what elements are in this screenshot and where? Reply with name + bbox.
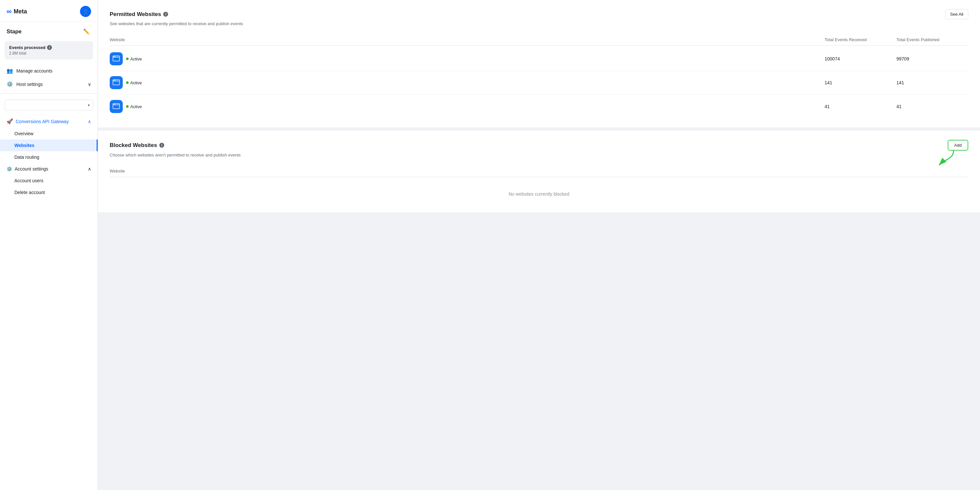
- sidebar: ∞ Meta 👤 Stape ✏️ Events processed i 2.8…: [0, 0, 98, 490]
- blocked-title: Blocked Websites i: [110, 142, 164, 148]
- sidebar-item-manage-accounts[interactable]: 👥 Manage accounts: [0, 64, 98, 77]
- blocked-table-header: Website: [110, 165, 968, 177]
- sidebar-divider-1: [0, 93, 98, 94]
- conversions-api-left: 🚀 Conversions API Gateway: [6, 118, 69, 124]
- svg-point-3: [115, 56, 115, 57]
- account-settings-section[interactable]: ⚙️ Account settings ∧: [0, 163, 98, 175]
- published-value-3: 41: [896, 104, 968, 109]
- sidebar-item-host-settings[interactable]: ⚙️ Host settings ∨: [0, 77, 98, 91]
- website-cell-3: Active: [110, 100, 825, 113]
- svg-point-10: [114, 104, 114, 105]
- add-button-annotation: Add: [948, 140, 968, 151]
- blocked-subtitle: Choose which websites aren't permitted t…: [110, 153, 968, 158]
- website-cell-1: Active: [110, 52, 825, 65]
- website-icon-2: [110, 76, 123, 89]
- avatar-button[interactable]: 👤: [80, 6, 91, 17]
- meta-logo-icon: ∞: [6, 7, 12, 16]
- svg-point-7: [115, 80, 115, 81]
- account-settings-label: Account settings: [15, 166, 48, 171]
- permitted-websites-section: Permitted Websites i See All See website…: [98, 0, 980, 128]
- account-dropdown-wrap: ▾: [5, 100, 93, 110]
- conversions-api-label: Conversions API Gateway: [16, 119, 69, 124]
- svg-point-2: [114, 56, 114, 57]
- published-value-1: 99709: [896, 56, 968, 61]
- brand-name: Stape: [6, 29, 22, 35]
- account-settings-left: ⚙️ Account settings: [6, 166, 48, 171]
- svg-point-11: [115, 104, 115, 105]
- sidebar-item-account-users[interactable]: Account users: [0, 175, 98, 187]
- permitted-info-icon[interactable]: i: [163, 12, 168, 17]
- permitted-title: Permitted Websites i: [110, 11, 168, 18]
- received-value-3: 41: [825, 104, 896, 109]
- website-icon-1: [110, 52, 123, 65]
- permitted-table-header: Website Total Events Received Total Even…: [110, 34, 968, 46]
- permitted-subtitle: See websites that are currently permitte…: [110, 21, 968, 26]
- host-settings-icon: ⚙️: [6, 81, 13, 87]
- sidebar-item-data-routing[interactable]: Data routing: [0, 151, 98, 163]
- main-content: Permitted Websites i See All See website…: [98, 0, 980, 490]
- svg-point-6: [114, 80, 114, 81]
- meta-wordmark: Meta: [14, 8, 27, 15]
- account-dropdown[interactable]: [5, 100, 93, 110]
- sidebar-header: ∞ Meta 👤: [0, 0, 98, 22]
- rocket-icon: 🚀: [6, 118, 13, 124]
- edit-brand-button[interactable]: ✏️: [82, 27, 91, 36]
- account-settings-icon: ⚙️: [6, 166, 12, 171]
- received-value-1: 100074: [825, 56, 896, 61]
- blocked-col-website-header: Website: [110, 169, 968, 174]
- green-arrow-annotation: [932, 149, 958, 167]
- received-value-2: 141: [825, 80, 896, 85]
- sidebar-item-overview[interactable]: Overview: [0, 128, 98, 139]
- manage-accounts-icon: 👥: [6, 68, 13, 74]
- host-settings-chevron-icon: ∨: [88, 81, 91, 87]
- host-settings-label: Host settings: [16, 81, 43, 87]
- meta-logo: ∞ Meta: [6, 7, 27, 16]
- sidebar-item-websites[interactable]: Websites: [0, 139, 98, 151]
- events-info-icon[interactable]: i: [47, 45, 52, 50]
- col-published-header: Total Events Published: [896, 37, 968, 42]
- website-cell-2: Active: [110, 76, 825, 89]
- host-settings-left: ⚙️ Host settings: [6, 81, 43, 87]
- published-value-2: 141: [896, 80, 968, 85]
- conversions-api-section[interactable]: 🚀 Conversions API Gateway ∧: [0, 115, 98, 128]
- table-row: Active 141 141: [110, 71, 968, 95]
- permitted-title-row: Permitted Websites i See All: [110, 9, 968, 19]
- events-card-value: 2.8M total: [9, 51, 89, 56]
- active-badge-2: Active: [126, 80, 142, 85]
- active-dot-3: [126, 105, 129, 108]
- sidebar-brand: Stape ✏️: [0, 22, 98, 39]
- manage-accounts-label: Manage accounts: [16, 68, 52, 73]
- blocked-title-row: Blocked Websites i Add: [110, 140, 968, 151]
- blocked-empty-state: No websites currently blocked: [110, 178, 968, 203]
- see-all-button[interactable]: See All: [945, 9, 968, 19]
- events-card-title: Events processed i: [9, 45, 89, 50]
- table-row: Active 41 41: [110, 95, 968, 118]
- col-website-header: Website: [110, 37, 825, 42]
- blocked-info-icon[interactable]: i: [159, 143, 164, 148]
- table-row: Active 100074 99709: [110, 47, 968, 71]
- active-badge-1: Active: [126, 56, 142, 61]
- blocked-websites-section: Blocked Websites i Add Choose which webs…: [98, 131, 980, 212]
- sidebar-item-delete-account[interactable]: Delete account: [0, 187, 98, 198]
- website-icon-3: [110, 100, 123, 113]
- col-received-header: Total Events Received: [825, 37, 896, 42]
- events-processed-card: Events processed i 2.8M total: [5, 41, 93, 59]
- active-dot-2: [126, 81, 129, 84]
- account-settings-chevron-icon: ∧: [88, 166, 91, 171]
- conversions-api-chevron-icon: ∧: [88, 119, 91, 124]
- active-badge-3: Active: [126, 104, 142, 109]
- active-dot-1: [126, 57, 129, 60]
- avatar-icon: 👤: [82, 8, 89, 15]
